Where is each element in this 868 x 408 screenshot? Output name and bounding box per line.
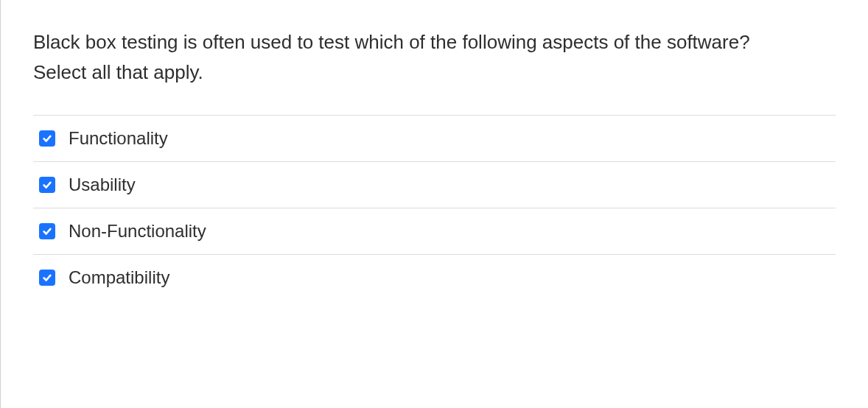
option-label: Non-Functionality: [69, 221, 206, 242]
checkbox-icon[interactable]: [39, 130, 55, 147]
checkbox-icon[interactable]: [39, 177, 55, 193]
option-label: Functionality: [69, 128, 168, 149]
checkbox-icon[interactable]: [39, 270, 55, 286]
question-instruction: Select all that apply.: [33, 58, 836, 87]
question-block: Black box testing is often used to test …: [33, 28, 836, 87]
option-item-usability[interactable]: Usability: [33, 161, 836, 208]
checkbox-icon[interactable]: [39, 223, 55, 239]
option-item-functionality[interactable]: Functionality: [33, 115, 836, 161]
options-list: Functionality Usability Non-Functionalit…: [33, 115, 836, 300]
option-label: Usability: [69, 175, 136, 195]
option-item-compatibility[interactable]: Compatibility: [33, 254, 836, 300]
option-item-non-functionality[interactable]: Non-Functionality: [33, 208, 836, 254]
question-text: Black box testing is often used to test …: [33, 28, 836, 57]
option-label: Compatibility: [69, 267, 169, 288]
